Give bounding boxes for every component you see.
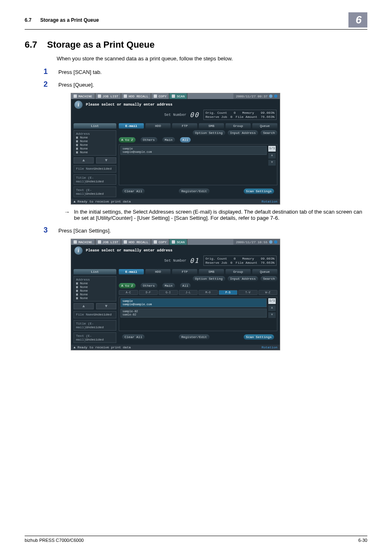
next-button[interactable]: ▼ bbox=[96, 157, 116, 164]
set-number-label: Set Number bbox=[164, 259, 187, 263]
prev-button[interactable]: ▲ bbox=[74, 157, 94, 164]
alpha-p-s[interactable]: P-S bbox=[219, 290, 238, 295]
scan-icon bbox=[172, 94, 175, 98]
intro-paragraph: When you store the scanned data as a pri… bbox=[57, 55, 367, 62]
status-bar: ▲ Ready to receive print data Rotation bbox=[71, 345, 280, 350]
file-name-field[interactable]: File NameUndecided bbox=[74, 311, 116, 318]
device-top-tabs: MACHINE JOB LIST HDD RECALL COPY SCAN 20… bbox=[71, 93, 280, 99]
status-bar: ▲ Ready to receive print data Rotation bbox=[71, 199, 280, 204]
alpha-g-i[interactable]: G-I bbox=[159, 290, 178, 295]
set-number-value: 00 bbox=[190, 111, 203, 119]
all-button[interactable]: All bbox=[180, 137, 191, 143]
address-panel: Address ▣ None ▣ None ▣ None ▣ None ▣ No… bbox=[74, 130, 116, 156]
datetime-display: 2009/11/27 09:37 bbox=[233, 93, 280, 99]
lock-icon bbox=[269, 240, 272, 244]
scan-settings-button[interactable]: Scan Settings bbox=[244, 334, 274, 340]
dest-tab-hdd[interactable]: HDD bbox=[145, 269, 171, 274]
option-setting-button[interactable]: Option Setting bbox=[193, 276, 225, 281]
main-button[interactable]: Main bbox=[162, 137, 175, 143]
footer-page-number: 6-30 bbox=[358, 538, 367, 543]
text-email-field[interactable]: Text (E-mail)Undecided bbox=[74, 187, 116, 197]
list-item[interactable]: sample-02 samle-02 bbox=[120, 309, 267, 318]
input-address-button[interactable]: Input Address bbox=[228, 130, 258, 136]
clear-all-button[interactable]: Clear All bbox=[122, 189, 145, 194]
page-indicator: 1/1 bbox=[268, 146, 276, 152]
tab-job-list[interactable]: JOB LIST bbox=[95, 239, 121, 245]
tab-scan[interactable]: SCAN bbox=[169, 239, 187, 245]
alpha-m-o[interactable]: M-O bbox=[198, 290, 218, 295]
dest-tab-smb[interactable]: SMB bbox=[199, 123, 224, 129]
page-indicator: 1/1 bbox=[268, 298, 276, 304]
dest-tab-group[interactable]: Group bbox=[226, 123, 251, 129]
help-icon[interactable] bbox=[274, 94, 277, 98]
dest-tab-group[interactable]: Group bbox=[226, 269, 251, 274]
tab-hdd-recall[interactable]: HDD RECALL bbox=[121, 239, 151, 245]
dest-tab-ftp[interactable]: FTP bbox=[172, 269, 197, 274]
datetime-display: 2009/11/27 10:55 bbox=[233, 239, 280, 245]
dest-tab-email[interactable]: E-mail bbox=[119, 123, 144, 129]
step-number: 3 bbox=[25, 226, 48, 235]
alpha-d-f[interactable]: D-F bbox=[139, 290, 158, 295]
alpha-j-l[interactable]: J-L bbox=[179, 290, 198, 295]
info-icon: i bbox=[74, 246, 83, 255]
register-edit-button[interactable]: Register/Edit bbox=[179, 334, 209, 340]
machine-icon bbox=[74, 94, 77, 98]
dest-tab-ftp[interactable]: FTP bbox=[172, 123, 197, 129]
list-item[interactable]: sample sample@sample.com bbox=[120, 146, 267, 155]
note-text: In the initial settings, the Select Addr… bbox=[74, 209, 367, 221]
search-button[interactable]: Search bbox=[261, 276, 277, 281]
scan-settings-button[interactable]: Scan Settings bbox=[244, 189, 274, 194]
tab-machine[interactable]: MACHINE bbox=[71, 239, 95, 245]
info-icon: i bbox=[74, 101, 83, 109]
dest-tab-queue[interactable]: Queue bbox=[252, 123, 277, 129]
list-icon bbox=[98, 240, 101, 244]
text-email-field[interactable]: Text (E-mail)Undecided bbox=[74, 332, 116, 343]
left-panel-tab-list[interactable]: List bbox=[74, 269, 116, 274]
tab-job-list[interactable]: JOB LIST bbox=[95, 93, 121, 99]
prev-button[interactable]: ▲ bbox=[74, 303, 94, 309]
option-setting-button[interactable]: Option Setting bbox=[193, 130, 225, 136]
dest-tab-hdd[interactable]: HDD bbox=[145, 123, 171, 129]
alpha-t-v[interactable]: T-V bbox=[238, 290, 258, 295]
file-name-field[interactable]: File NameUndecided bbox=[74, 165, 116, 173]
alpha-w-z[interactable]: W-Z bbox=[258, 290, 278, 295]
tab-scan[interactable]: SCAN bbox=[169, 93, 187, 99]
search-button[interactable]: Search bbox=[261, 130, 277, 136]
scroll-up-button[interactable]: ▲ bbox=[268, 305, 276, 311]
scroll-down-button[interactable]: ▼ bbox=[268, 160, 276, 166]
others-button[interactable]: Others bbox=[141, 137, 157, 143]
alpha-a-c[interactable]: A-C bbox=[119, 290, 138, 295]
footer-model: bizhub PRESS C7000/C6000 bbox=[25, 538, 84, 543]
all-button[interactable]: All bbox=[180, 283, 191, 288]
title-email-field[interactable]: Title (E-mail)Undecided bbox=[74, 174, 116, 185]
step-2: 2 Press [Queue]. bbox=[25, 80, 367, 89]
dest-tab-email[interactable]: E-mail bbox=[119, 269, 144, 274]
title-email-field[interactable]: Title (E-mail)Undecided bbox=[74, 320, 116, 331]
tab-hdd-recall[interactable]: HDD RECALL bbox=[121, 93, 151, 99]
dest-tab-queue[interactable]: Queue bbox=[252, 269, 277, 274]
tab-machine[interactable]: MACHINE bbox=[71, 93, 95, 99]
screenshot-scan-search: MACHINE JOB LIST HDD RECALL COPY SCAN 20… bbox=[71, 239, 367, 350]
register-edit-button[interactable]: Register/Edit bbox=[179, 189, 209, 194]
list-item[interactable]: sample sample@sample.com bbox=[120, 298, 267, 307]
scroll-up-button[interactable]: ▲ bbox=[268, 153, 276, 159]
input-address-button[interactable]: Input Address bbox=[228, 276, 258, 281]
chapter-badge: 6 bbox=[348, 12, 367, 28]
section-title-text: Storage as a Print Queue bbox=[47, 39, 155, 50]
set-number-label: Set Number bbox=[164, 113, 187, 117]
next-button[interactable]: ▼ bbox=[96, 303, 116, 309]
a-to-z-button[interactable]: A to Z bbox=[119, 283, 136, 288]
step-number: 2 bbox=[25, 80, 48, 89]
a-to-z-button[interactable]: A to Z bbox=[119, 137, 136, 143]
tab-copy[interactable]: COPY bbox=[151, 93, 169, 99]
hdd-icon bbox=[124, 94, 127, 98]
main-button[interactable]: Main bbox=[162, 283, 175, 288]
left-panel-tab-list[interactable]: List bbox=[74, 123, 116, 129]
dest-tab-smb[interactable]: SMB bbox=[199, 269, 224, 274]
tab-copy[interactable]: COPY bbox=[151, 239, 169, 245]
others-button[interactable]: Others bbox=[141, 283, 157, 288]
help-icon[interactable] bbox=[274, 240, 277, 244]
clear-all-button[interactable]: Clear All bbox=[122, 334, 145, 340]
instruction-message: Please select or manually enter address bbox=[86, 249, 173, 253]
scroll-down-button[interactable]: ▼ bbox=[268, 312, 276, 318]
